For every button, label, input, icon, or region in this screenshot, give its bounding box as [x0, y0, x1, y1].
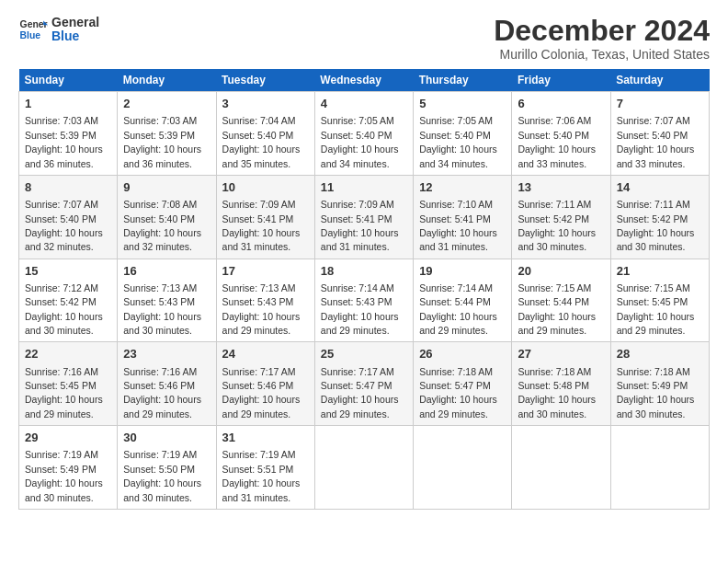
week-row-4: 22Sunrise: 7:16 AM Sunset: 5:45 PM Dayli… — [19, 342, 710, 426]
day-number: 28 — [617, 346, 703, 362]
week-row-1: 1Sunrise: 7:03 AM Sunset: 5:39 PM Daylig… — [19, 92, 710, 176]
week-row-5: 29Sunrise: 7:19 AM Sunset: 5:49 PM Dayli… — [19, 426, 710, 510]
col-header-monday: Monday — [118, 69, 216, 92]
week-row-2: 8Sunrise: 7:07 AM Sunset: 5:40 PM Daylig… — [19, 175, 710, 259]
col-header-thursday: Thursday — [414, 69, 512, 92]
day-info: Sunrise: 7:09 AM Sunset: 5:41 PM Dayligh… — [321, 199, 399, 252]
day-number: 2 — [123, 96, 210, 112]
day-info: Sunrise: 7:04 AM Sunset: 5:40 PM Dayligh… — [222, 115, 301, 168]
day-cell: 22Sunrise: 7:16 AM Sunset: 5:45 PM Dayli… — [19, 342, 118, 426]
day-number: 15 — [25, 263, 111, 280]
day-number: 21 — [617, 263, 703, 280]
day-cell: 13Sunrise: 7:11 AM Sunset: 5:42 PM Dayli… — [512, 175, 610, 259]
day-number: 1 — [25, 96, 111, 112]
day-number: 31 — [222, 430, 309, 446]
day-number: 24 — [222, 346, 309, 362]
calendar-table: SundayMondayTuesdayWednesdayThursdayFrid… — [18, 69, 710, 510]
page-title: December 2024 — [494, 15, 710, 47]
day-number: 14 — [617, 179, 703, 196]
day-cell: 23Sunrise: 7:16 AM Sunset: 5:46 PM Dayli… — [118, 342, 216, 426]
day-cell: 30Sunrise: 7:19 AM Sunset: 5:50 PM Dayli… — [118, 426, 216, 510]
day-cell: 14Sunrise: 7:11 AM Sunset: 5:42 PM Dayli… — [610, 175, 709, 259]
day-info: Sunrise: 7:15 AM Sunset: 5:44 PM Dayligh… — [518, 282, 596, 336]
day-cell: 26Sunrise: 7:18 AM Sunset: 5:47 PM Dayli… — [414, 342, 512, 426]
week-row-3: 15Sunrise: 7:12 AM Sunset: 5:42 PM Dayli… — [19, 259, 710, 342]
day-info: Sunrise: 7:05 AM Sunset: 5:40 PM Dayligh… — [321, 115, 399, 168]
day-info: Sunrise: 7:16 AM Sunset: 5:45 PM Dayligh… — [25, 366, 103, 419]
day-info: Sunrise: 7:13 AM Sunset: 5:43 PM Dayligh… — [222, 282, 301, 336]
day-info: Sunrise: 7:17 AM Sunset: 5:46 PM Dayligh… — [222, 366, 301, 419]
day-info: Sunrise: 7:18 AM Sunset: 5:49 PM Dayligh… — [617, 366, 695, 419]
day-cell: 16Sunrise: 7:13 AM Sunset: 5:43 PM Dayli… — [118, 259, 216, 342]
day-number: 23 — [123, 346, 210, 362]
day-info: Sunrise: 7:12 AM Sunset: 5:42 PM Dayligh… — [25, 282, 103, 336]
day-cell: 12Sunrise: 7:10 AM Sunset: 5:41 PM Dayli… — [414, 175, 512, 259]
day-number: 17 — [222, 263, 309, 280]
day-number: 4 — [321, 96, 407, 112]
day-number: 8 — [25, 179, 111, 196]
day-number: 22 — [25, 346, 111, 362]
day-number: 18 — [321, 263, 407, 280]
day-info: Sunrise: 7:18 AM Sunset: 5:48 PM Dayligh… — [518, 366, 596, 419]
page-subtitle: Murillo Colonia, Texas, United States — [494, 47, 710, 62]
day-cell: 7Sunrise: 7:07 AM Sunset: 5:40 PM Daylig… — [610, 92, 709, 176]
day-cell: 2Sunrise: 7:03 AM Sunset: 5:39 PM Daylig… — [118, 92, 216, 176]
day-info: Sunrise: 7:11 AM Sunset: 5:42 PM Dayligh… — [617, 199, 695, 252]
day-info: Sunrise: 7:15 AM Sunset: 5:45 PM Dayligh… — [617, 282, 695, 336]
day-cell: 8Sunrise: 7:07 AM Sunset: 5:40 PM Daylig… — [19, 175, 118, 259]
day-number: 7 — [617, 96, 703, 112]
day-info: Sunrise: 7:18 AM Sunset: 5:47 PM Dayligh… — [419, 366, 497, 419]
header: General Blue General Blue December 2024 … — [18, 15, 710, 62]
day-info: Sunrise: 7:14 AM Sunset: 5:43 PM Dayligh… — [321, 282, 399, 336]
logo-icon: General Blue — [18, 15, 48, 44]
day-cell: 20Sunrise: 7:15 AM Sunset: 5:44 PM Dayli… — [512, 259, 610, 342]
day-cell: 19Sunrise: 7:14 AM Sunset: 5:44 PM Dayli… — [414, 259, 512, 342]
day-cell: 21Sunrise: 7:15 AM Sunset: 5:45 PM Dayli… — [610, 259, 709, 342]
main-container: General Blue General Blue December 2024 … — [0, 0, 728, 519]
day-cell — [314, 426, 413, 510]
day-cell — [512, 426, 610, 510]
day-cell: 10Sunrise: 7:09 AM Sunset: 5:41 PM Dayli… — [216, 175, 314, 259]
day-cell — [414, 426, 512, 510]
col-header-tuesday: Tuesday — [216, 69, 314, 92]
svg-text:Blue: Blue — [20, 30, 41, 40]
day-number: 10 — [222, 179, 309, 196]
day-cell: 15Sunrise: 7:12 AM Sunset: 5:42 PM Dayli… — [19, 259, 118, 342]
day-info: Sunrise: 7:19 AM Sunset: 5:51 PM Dayligh… — [222, 449, 301, 502]
day-info: Sunrise: 7:17 AM Sunset: 5:47 PM Dayligh… — [321, 366, 399, 419]
day-number: 25 — [321, 346, 407, 362]
day-cell — [610, 426, 709, 510]
day-info: Sunrise: 7:13 AM Sunset: 5:43 PM Dayligh… — [123, 282, 201, 336]
day-info: Sunrise: 7:06 AM Sunset: 5:40 PM Dayligh… — [518, 115, 596, 168]
logo: General Blue General Blue — [18, 15, 99, 44]
day-number: 12 — [419, 179, 506, 196]
day-cell: 6Sunrise: 7:06 AM Sunset: 5:40 PM Daylig… — [512, 92, 610, 176]
day-number: 3 — [222, 96, 309, 112]
day-cell: 5Sunrise: 7:05 AM Sunset: 5:40 PM Daylig… — [414, 92, 512, 176]
day-info: Sunrise: 7:05 AM Sunset: 5:40 PM Dayligh… — [419, 115, 497, 168]
day-info: Sunrise: 7:16 AM Sunset: 5:46 PM Dayligh… — [123, 366, 201, 419]
day-number: 27 — [518, 346, 604, 362]
day-cell: 25Sunrise: 7:17 AM Sunset: 5:47 PM Dayli… — [314, 342, 413, 426]
day-info: Sunrise: 7:07 AM Sunset: 5:40 PM Dayligh… — [25, 199, 103, 252]
col-header-friday: Friday — [512, 69, 610, 92]
day-number: 26 — [419, 346, 506, 362]
day-info: Sunrise: 7:19 AM Sunset: 5:50 PM Dayligh… — [123, 449, 201, 502]
day-number: 6 — [518, 96, 604, 112]
day-cell: 17Sunrise: 7:13 AM Sunset: 5:43 PM Dayli… — [216, 259, 314, 342]
day-number: 30 — [123, 430, 210, 446]
logo-line1: General — [51, 16, 99, 29]
day-cell: 4Sunrise: 7:05 AM Sunset: 5:40 PM Daylig… — [314, 92, 413, 176]
day-cell: 29Sunrise: 7:19 AM Sunset: 5:49 PM Dayli… — [19, 426, 118, 510]
day-number: 16 — [123, 263, 210, 280]
col-header-wednesday: Wednesday — [314, 69, 413, 92]
day-number: 5 — [419, 96, 506, 112]
day-info: Sunrise: 7:09 AM Sunset: 5:41 PM Dayligh… — [222, 199, 301, 252]
day-number: 13 — [518, 179, 604, 196]
day-cell: 18Sunrise: 7:14 AM Sunset: 5:43 PM Dayli… — [314, 259, 413, 342]
day-info: Sunrise: 7:03 AM Sunset: 5:39 PM Dayligh… — [123, 115, 201, 168]
day-cell: 24Sunrise: 7:17 AM Sunset: 5:46 PM Dayli… — [216, 342, 314, 426]
day-number: 11 — [321, 179, 407, 196]
header-row: SundayMondayTuesdayWednesdayThursdayFrid… — [19, 69, 710, 92]
logo-line2: Blue — [51, 29, 99, 43]
